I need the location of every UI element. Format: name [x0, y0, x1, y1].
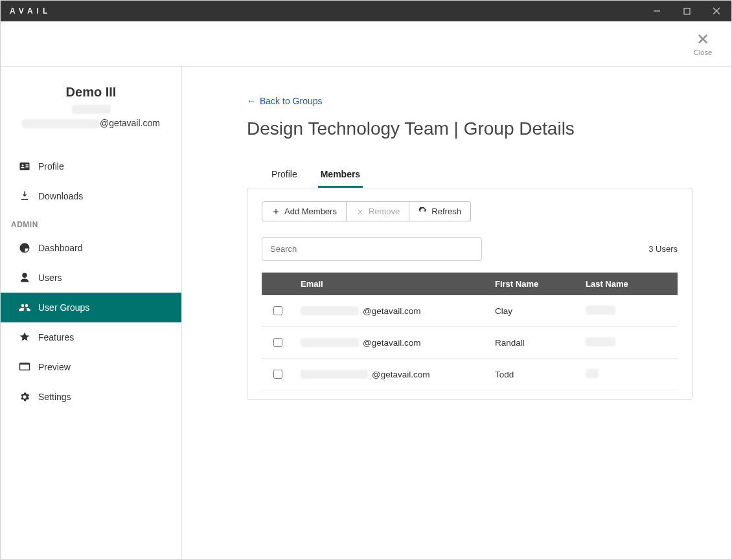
action-button-row: Add Members Remove Refresh	[262, 201, 678, 221]
redacted-text	[301, 338, 359, 347]
cell-first-name: Todd	[495, 370, 514, 379]
sidebar-user-name: Demo III	[14, 85, 168, 100]
members-panel: Add Members Remove Refresh 3 Users	[247, 188, 692, 400]
sidebar: Demo III @getavail.com Profile Downloads…	[1, 67, 182, 559]
cell-first-name: Randall	[495, 338, 525, 348]
redacted-text	[586, 306, 615, 315]
redacted-text	[586, 337, 615, 346]
close-label: Close	[694, 49, 712, 56]
dashboard-icon	[19, 242, 30, 254]
refresh-button[interactable]: Refresh	[409, 201, 471, 221]
sidebar-item-label: Settings	[38, 392, 71, 402]
window-close-button[interactable]	[702, 1, 731, 21]
close-icon: ✕	[696, 32, 709, 47]
sidebar-item-label: Downloads	[38, 191, 83, 201]
col-last-name: Last Name	[578, 273, 678, 295]
sidebar-item-label: Users	[38, 273, 62, 283]
user-group-icon	[19, 302, 30, 313]
row-checkbox[interactable]	[273, 306, 282, 315]
sidebar-user-email: @getavail.com	[14, 118, 168, 128]
user-icon	[19, 272, 30, 284]
sidebar-item-users[interactable]: Users	[1, 263, 181, 293]
sidebar-item-label: Dashboard	[38, 243, 83, 253]
app-title: AVAIL	[10, 6, 51, 16]
x-icon	[356, 207, 365, 216]
back-link-label: Back to Groups	[260, 96, 323, 106]
table-row[interactable]: @getavail.com Randall	[262, 327, 678, 359]
sidebar-item-user-groups[interactable]: User Groups	[1, 293, 181, 322]
sidebar-item-label: Profile	[38, 161, 64, 172]
arrow-left-icon: ←	[247, 96, 256, 106]
sidebar-item-features[interactable]: Features	[1, 322, 181, 352]
members-table: Email First Name Last Name @getavail.com…	[262, 273, 678, 390]
sidebar-item-preview[interactable]: Preview	[1, 352, 181, 382]
preview-icon	[19, 361, 30, 373]
tab-profile[interactable]: Profile	[269, 164, 300, 188]
redacted-text	[22, 119, 100, 128]
id-card-icon	[19, 161, 30, 172]
table-row[interactable]: @getavail.com Clay	[262, 295, 678, 327]
redacted-text	[301, 370, 368, 379]
button-label: Add Members	[284, 207, 337, 216]
window-minimize-button[interactable]	[642, 1, 672, 21]
col-first-name: First Name	[487, 273, 578, 295]
sidebar-item-dashboard[interactable]: Dashboard	[1, 233, 181, 263]
row-checkbox[interactable]	[273, 370, 282, 379]
gear-icon	[19, 391, 30, 403]
back-to-groups-link[interactable]: ← Back to Groups	[247, 96, 323, 106]
redacted-text	[301, 306, 359, 315]
sidebar-item-profile[interactable]: Profile	[1, 151, 181, 181]
sidebar-item-settings[interactable]: Settings	[1, 382, 181, 412]
col-email: Email	[293, 273, 487, 295]
button-label: Remove	[369, 207, 400, 216]
add-members-button[interactable]: Add Members	[262, 201, 347, 221]
cell-first-name: Clay	[495, 306, 512, 316]
top-strip: ✕ Close	[1, 21, 731, 67]
sidebar-admin-heading: ADMIN	[1, 211, 181, 233]
sidebar-user-block: Demo III @getavail.com	[1, 85, 181, 145]
user-count: 3 Users	[648, 244, 678, 254]
refresh-icon	[418, 207, 428, 216]
plus-icon	[271, 207, 280, 216]
sidebar-item-label: User Groups	[38, 302, 89, 313]
button-label: Refresh	[431, 207, 461, 216]
sidebar-user-redacted	[72, 105, 111, 114]
sidebar-item-label: Features	[38, 332, 74, 342]
svg-rect-1	[684, 8, 690, 14]
main-content: ← Back to Groups Design Technology Team …	[182, 67, 731, 559]
sidebar-item-label: Preview	[38, 362, 71, 372]
tab-members[interactable]: Members	[318, 164, 363, 188]
star-icon	[19, 331, 30, 343]
remove-button[interactable]: Remove	[347, 201, 409, 221]
table-row[interactable]: @getavail.com Todd	[262, 359, 678, 390]
sidebar-item-downloads[interactable]: Downloads	[1, 181, 181, 211]
redacted-text	[586, 369, 599, 378]
col-checkbox	[262, 273, 293, 295]
page-title: Design Technology Team | Group Details	[247, 118, 692, 139]
window-maximize-button[interactable]	[672, 1, 702, 21]
window-titlebar: AVAIL	[1, 1, 731, 21]
close-panel-button[interactable]: ✕ Close	[694, 32, 712, 56]
search-input[interactable]	[262, 237, 482, 261]
row-checkbox[interactable]	[273, 338, 282, 347]
download-icon	[19, 190, 30, 202]
tabs: Profile Members	[247, 164, 692, 188]
